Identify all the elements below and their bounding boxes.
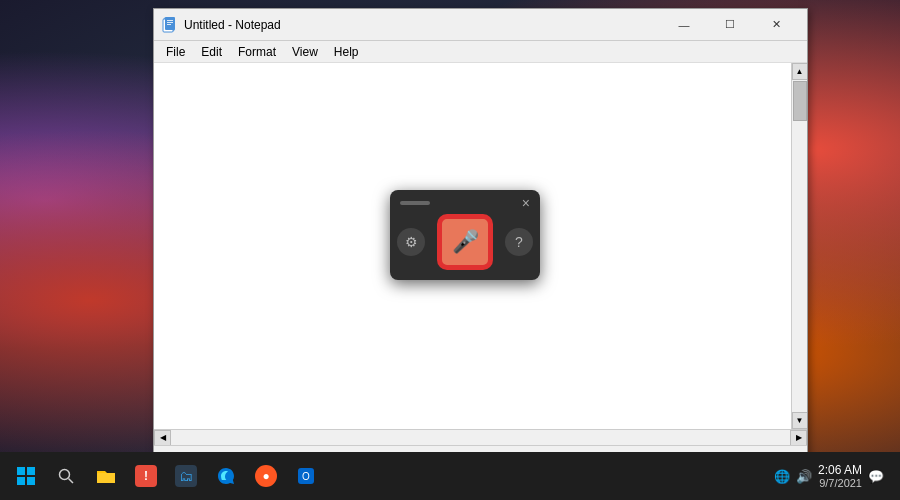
gear-icon: ⚙ (405, 234, 418, 250)
clock-time: 2:06 AM (818, 463, 862, 477)
menu-bar: File Edit Format View Help (154, 41, 807, 63)
taskbar-app3[interactable]: ● (248, 458, 284, 494)
svg-rect-4 (167, 22, 173, 23)
svg-rect-2 (165, 17, 175, 30)
svg-rect-5 (167, 24, 171, 25)
voice-controls: ⚙ 🎤 ? (397, 216, 533, 268)
voice-settings-button[interactable]: ⚙ (397, 228, 425, 256)
system-tray: 🌐 🔊 2:06 AM 9/7/2021 💬 (774, 463, 892, 489)
scrollbar-horizontal: ◀ ▶ (154, 429, 807, 445)
taskbar-file-explorer[interactable] (88, 458, 124, 494)
svg-text:O: O (302, 471, 310, 482)
menu-format[interactable]: Format (230, 43, 284, 61)
voice-help-button[interactable]: ? (505, 228, 533, 256)
menu-file[interactable]: File (158, 43, 193, 61)
microphone-icon: 🎤 (452, 229, 479, 255)
search-icon (57, 467, 75, 485)
svg-rect-3 (167, 20, 173, 21)
volume-icon[interactable]: 🔊 (796, 469, 812, 484)
voice-close-button[interactable]: × (522, 196, 530, 210)
svg-rect-6 (17, 467, 25, 475)
edge-icon (215, 465, 237, 487)
svg-point-10 (60, 470, 70, 480)
taskbar-edge[interactable] (208, 458, 244, 494)
svg-rect-9 (27, 477, 35, 485)
network-icon[interactable]: 🌐 (774, 469, 790, 484)
clock-date: 9/7/2021 (818, 477, 862, 489)
taskbar-app2[interactable]: 🗂 (168, 458, 204, 494)
voice-mic-button[interactable]: 🎤 (439, 216, 491, 268)
windows-icon (16, 466, 36, 486)
scrollbar-vertical[interactable]: ▲ ▼ (791, 63, 807, 429)
scroll-left-arrow[interactable]: ◀ (154, 430, 171, 446)
voice-drag-handle (400, 201, 430, 205)
voice-widget-header: × (390, 196, 540, 210)
menu-edit[interactable]: Edit (193, 43, 230, 61)
app4-icon: O (295, 465, 317, 487)
folder-icon (95, 465, 117, 487)
taskbar: ! 🗂 ● O 🌐 🔊 2:06 AM 9/7/2021 💬 (0, 452, 900, 500)
scroll-right-arrow[interactable]: ▶ (790, 430, 807, 446)
scroll-track (792, 80, 807, 412)
minimize-button[interactable]: — (661, 9, 707, 41)
title-bar: Untitled - Notepad — ☐ ✕ (154, 9, 807, 41)
close-button[interactable]: ✕ (753, 9, 799, 41)
start-button[interactable] (8, 458, 44, 494)
menu-help[interactable]: Help (326, 43, 367, 61)
svg-rect-7 (27, 467, 35, 475)
help-icon: ? (515, 234, 523, 250)
scroll-up-arrow[interactable]: ▲ (792, 63, 808, 80)
taskbar-clock[interactable]: 2:06 AM 9/7/2021 (818, 463, 862, 489)
scroll-down-arrow[interactable]: ▼ (792, 412, 808, 429)
taskbar-app1[interactable]: ! (128, 458, 164, 494)
app3-icon: ● (255, 465, 277, 487)
menu-view[interactable]: View (284, 43, 326, 61)
svg-line-11 (69, 479, 74, 484)
taskbar-app4[interactable]: O (288, 458, 324, 494)
svg-rect-8 (17, 477, 25, 485)
svg-rect-12 (97, 473, 115, 483)
notification-icon[interactable]: 💬 (868, 469, 884, 484)
scroll-thumb[interactable] (793, 81, 807, 121)
app2-icon: 🗂 (175, 465, 197, 487)
voice-widget: × ⚙ 🎤 ? (390, 190, 540, 280)
notepad-icon (162, 17, 178, 33)
app1-icon: ! (135, 465, 157, 487)
window-controls: — ☐ ✕ (661, 9, 799, 41)
maximize-button[interactable]: ☐ (707, 9, 753, 41)
search-button[interactable] (48, 458, 84, 494)
window-title: Untitled - Notepad (184, 18, 661, 32)
